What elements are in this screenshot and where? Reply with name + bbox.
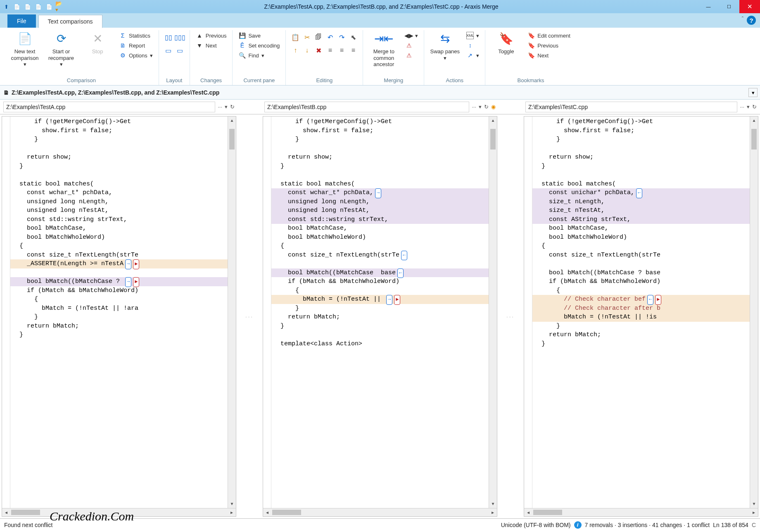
merge-dir-button[interactable]: ◀▶▾: [404, 31, 420, 40]
cut-icon[interactable]: ✂: [302, 33, 311, 42]
code-line[interactable]: show.first = false;: [532, 126, 750, 135]
code-line[interactable]: }: [532, 135, 750, 144]
code-line[interactable]: if (!getMergeConfig()->Get: [10, 117, 228, 126]
stop-button[interactable]: ✕Stop: [81, 30, 114, 55]
code-line[interactable]: const size_t nTextLength(strTe: [10, 251, 228, 260]
code-line[interactable]: const std::wstring strText,: [271, 215, 489, 224]
code-line[interactable]: bool bMatchWholeWord): [271, 233, 489, 242]
merge-marker[interactable]: ▶: [394, 295, 400, 305]
code-line[interactable]: [271, 330, 489, 340]
next-change-button[interactable]: ▼Next: [194, 41, 228, 50]
qat-icon-2[interactable]: 📄: [12, 2, 21, 11]
collapse-ribbon-icon[interactable]: ˆ: [742, 16, 743, 25]
code-line[interactable]: if (!getMergeConfig()->Get: [532, 117, 750, 126]
code-line[interactable]: [532, 171, 750, 180]
merge-marker[interactable]: →: [386, 295, 392, 305]
code-line[interactable]: return bMatch;: [532, 330, 750, 340]
code-line[interactable]: }: [532, 322, 750, 331]
pane-c-more-icon[interactable]: ···: [740, 104, 744, 110]
statistics-button[interactable]: ΣStatistics: [117, 31, 154, 40]
toggle-bookmark-button[interactable]: 🔖Toggle: [489, 30, 522, 55]
pane-a-dd-icon[interactable]: ▾: [225, 104, 228, 110]
maximize-button[interactable]: ☐: [719, 0, 739, 13]
merge-marker[interactable]: ←: [647, 295, 653, 305]
file-tab[interactable]: File: [7, 14, 36, 28]
code-line[interactable]: bool bMatch((bMatchCase base←: [271, 268, 489, 278]
pane-c-path[interactable]: Z:\Examples\TestC.cpp: [525, 102, 737, 112]
code-line[interactable]: // Check character bef←▶: [532, 295, 750, 304]
pane-b-hist-icon[interactable]: ↻: [484, 104, 489, 110]
help-icon[interactable]: ?: [747, 16, 756, 25]
qat-folder-icon[interactable]: 📂▾: [55, 2, 64, 11]
code-line[interactable]: [532, 144, 750, 153]
code-line[interactable]: }: [532, 340, 750, 349]
bookmark-prev-button[interactable]: 🔖Previous: [526, 41, 572, 50]
code-line[interactable]: [10, 171, 228, 180]
merge-to-common-button[interactable]: ⇥⇤Merge to common ancestor: [367, 30, 400, 68]
close-button[interactable]: ✕: [739, 0, 760, 13]
merge-marker[interactable]: →: [125, 277, 131, 287]
code-line[interactable]: bool bMatchWholeWord): [10, 233, 228, 242]
code-line[interactable]: [271, 144, 489, 153]
pane-a-more-icon[interactable]: ···: [218, 104, 222, 110]
code-line[interactable]: if (!getMergeConfig()->Get: [271, 117, 489, 126]
code-line[interactable]: return bMatch;: [271, 313, 489, 322]
paste-icon[interactable]: 📋: [291, 33, 300, 42]
edit-i4[interactable]: ≡: [325, 46, 335, 55]
code-line[interactable]: [10, 144, 228, 153]
merge-marker[interactable]: ←: [397, 268, 404, 278]
qat-icon-5[interactable]: 📄: [45, 2, 54, 11]
code-line[interactable]: }: [532, 162, 750, 171]
code-line[interactable]: static bool matches(: [271, 180, 489, 189]
code-line[interactable]: size_t nTestAt,: [532, 206, 750, 215]
code-line[interactable]: return show;: [271, 153, 489, 162]
start-recompare-button[interactable]: ⟳Start or recompare ▾: [45, 30, 78, 68]
merge-warn1-icon[interactable]: ⚠: [404, 41, 420, 50]
merge-marker[interactable]: ▶: [133, 259, 139, 269]
code-line[interactable]: {: [271, 286, 489, 295]
code-line[interactable]: }: [10, 135, 228, 144]
pane-c-vscroll[interactable]: ▲▼: [750, 116, 758, 508]
code-line[interactable]: unsigned long nLength,: [271, 197, 489, 207]
code-line[interactable]: [10, 268, 228, 278]
code-line[interactable]: [271, 259, 489, 268]
code-line[interactable]: if (bMatch && bMatchWholeWord): [271, 277, 489, 286]
edit-i5[interactable]: ≡: [337, 46, 346, 55]
merge-marker[interactable]: ▶: [655, 295, 661, 305]
pane-c-dd-icon[interactable]: ▾: [747, 104, 750, 110]
edit-i1[interactable]: ↑: [291, 46, 300, 55]
pane-c-hist-icon[interactable]: ↻: [752, 104, 757, 110]
code-line[interactable]: }: [271, 304, 489, 313]
info-icon[interactable]: i: [574, 521, 582, 529]
pane-b-more-icon[interactable]: ···: [472, 104, 476, 110]
pane-b[interactable]: if (!getMergeConfig()->Get show.first = …: [263, 116, 497, 517]
code-line[interactable]: }: [271, 322, 489, 331]
layout-v2-icon[interactable]: ▭: [176, 46, 185, 55]
code-line[interactable]: }: [10, 162, 228, 171]
code-line[interactable]: bMatch = (!nTestAt || !is: [532, 313, 750, 322]
code-line[interactable]: const AString strText,: [532, 215, 750, 224]
code-line[interactable]: unsigned long nTestAt,: [271, 206, 489, 215]
code-line[interactable]: show.first = false;: [10, 126, 228, 135]
report-button[interactable]: 🗎Report: [117, 41, 154, 50]
merge-marker[interactable]: ▶: [133, 277, 139, 287]
pane-a-hscroll[interactable]: ◀▶: [2, 508, 236, 516]
actions-a3-icon[interactable]: ↗▾: [465, 51, 481, 60]
qat-icon-1[interactable]: ⬆: [2, 2, 11, 11]
actions-a2-icon[interactable]: ↕: [465, 41, 481, 50]
code-line[interactable]: unsigned long nLength,: [10, 197, 228, 207]
layout-v-icon[interactable]: ▭: [164, 46, 173, 55]
code-line[interactable]: }: [271, 162, 489, 171]
code-line[interactable]: if (bMatch && bMatchWholeWord): [10, 286, 228, 295]
code-line[interactable]: bool bMatchCase,: [10, 224, 228, 233]
code-line[interactable]: bool bMatch((bMatchCase ? →▶: [10, 277, 228, 286]
code-line[interactable]: static bool matches(: [532, 180, 750, 189]
pane-c[interactable]: if (!getMergeConfig()->Get show.first = …: [524, 116, 758, 517]
edit-comment-button[interactable]: 🔖Edit comment: [526, 31, 572, 40]
code-line[interactable]: return show;: [10, 153, 228, 162]
redo-icon[interactable]: ↷: [337, 33, 346, 42]
document-tab[interactable]: 🗎 Z:\Examples\TestA.cpp, Z:\Examples\Tes…: [3, 89, 219, 96]
layout-3-icon[interactable]: ▯▯▯: [176, 33, 185, 42]
pane-c-hscroll[interactable]: ◀▶: [524, 508, 758, 516]
merge-marker[interactable]: →: [375, 188, 381, 198]
